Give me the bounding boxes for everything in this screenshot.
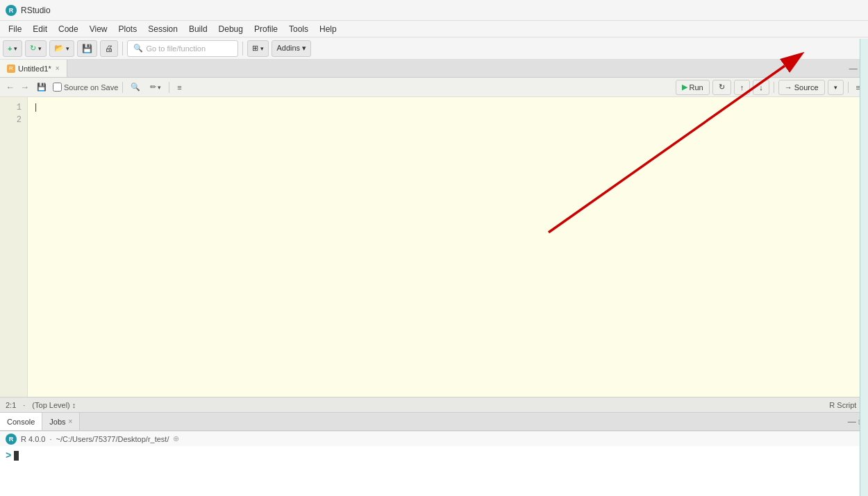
menu-profile[interactable]: Profile — [249, 23, 283, 35]
menu-bar: File Edit Code View Plots Session Build … — [0, 21, 868, 37]
rerun-button[interactable]: ↻ — [712, 80, 731, 95]
console-cursor — [14, 451, 19, 461]
run-button[interactable]: ▶ Run — [676, 80, 710, 95]
code-line-2 — [33, 114, 857, 126]
down-icon: ↓ — [759, 83, 763, 92]
app-title: RStudio — [21, 6, 51, 15]
terminal-icon: ⊕ — [173, 434, 179, 443]
up-icon: ↑ — [740, 83, 744, 92]
editor-toolbar: ← → 💾 Source on Save 🔍 ✏ ▾ — [0, 78, 868, 97]
menu-tools[interactable]: Tools — [283, 23, 314, 35]
source-label: Source — [794, 83, 819, 92]
save-icon: 💾 — [82, 44, 92, 53]
console-tab-bar: Console Jobs × — □ — [0, 413, 868, 431]
tab-label: Untitled1* — [18, 65, 51, 73]
tab-console[interactable]: Console — [0, 413, 42, 430]
save-all-button[interactable]: 💾 — [77, 40, 97, 57]
editor-status-bar: 2:1 · (Top Level) ↕ R Script ↕ — [0, 397, 868, 412]
et-separator-3 — [774, 82, 774, 93]
source-dropdown-arrow: ▾ — [834, 84, 837, 91]
goto-input[interactable]: 🔍 Go to file/function — [127, 40, 238, 57]
tab-close-button[interactable]: × — [56, 65, 60, 72]
status-separator: · — [23, 401, 25, 409]
console-prompt: > — [6, 449, 862, 463]
file-icon: R — [7, 65, 15, 73]
plus-icon: + — [8, 44, 12, 53]
editor-tab-untitled1[interactable]: R Untitled1* × — [0, 60, 67, 77]
run-icon: ▶ — [682, 83, 687, 92]
prompt-symbol: > — [6, 450, 11, 461]
editor-tools-button[interactable]: ✏ ▾ — [147, 80, 165, 94]
console-content[interactable]: > — [0, 446, 868, 496]
menu-plots[interactable]: Plots — [113, 23, 143, 35]
lines-icon: ≡ — [177, 83, 181, 92]
console-pane: Console Jobs × — □ R R 4.0.0 · ~/C:/User… — [0, 413, 868, 496]
search-icon: 🔍 — [131, 83, 140, 92]
menu-edit[interactable]: Edit — [27, 23, 53, 35]
console-info-bar: R R 4.0.0 · ~/C:/Users/75377/Desktop/r_t… — [0, 431, 868, 446]
folder-dropdown-arrow: ▾ — [66, 45, 69, 52]
app-icon: R — [6, 5, 17, 16]
editor-search-button[interactable]: 🔍 — [127, 80, 144, 94]
source-button[interactable]: → Source — [778, 80, 825, 95]
source-on-save-checkbox[interactable] — [53, 83, 62, 92]
down-arrow-button[interactable]: ↓ — [753, 80, 769, 95]
rerun-icon: ↻ — [719, 83, 725, 92]
menu-help[interactable]: Help — [314, 23, 342, 35]
menu-view[interactable]: View — [84, 23, 113, 35]
file-type[interactable]: R Script ↕ — [829, 401, 862, 409]
title-bar: R RStudio — [0, 0, 868, 21]
refresh-icon: ↻ — [30, 44, 36, 53]
line-numbers: 1 2 — [0, 97, 28, 397]
right-sidebar — [860, 39, 868, 496]
run-label: Run — [690, 83, 703, 92]
wand-icon: ✏ — [150, 83, 156, 92]
layout-button[interactable]: ⊞ ▾ — [247, 40, 269, 57]
code-sections-button[interactable]: ≡ — [174, 80, 185, 94]
source-dropdown-button[interactable]: ▾ — [828, 80, 844, 95]
source-arrow-icon: → — [785, 83, 792, 92]
menu-file[interactable]: File — [3, 23, 27, 35]
open-project-button[interactable]: ↻ ▾ — [25, 40, 47, 57]
tab-jobs[interactable]: Jobs × — [42, 413, 80, 430]
separator-2 — [242, 42, 243, 55]
minimize-console-button[interactable]: — — [848, 417, 856, 427]
info-separator: · — [49, 435, 51, 443]
folder-icon: 📂 — [54, 44, 64, 53]
save-button[interactable]: 📂 ▾ — [49, 40, 74, 57]
working-directory: ~/C:/Users/75377/Desktop/r_test/ — [56, 435, 169, 443]
editor-pane: R Untitled1* × — □ ← → 💾 Source on Save — [0, 60, 868, 413]
code-editor[interactable]: | — [28, 97, 862, 397]
tools-dropdown: ▾ — [158, 84, 161, 91]
separator-1 — [122, 42, 123, 55]
new-dropdown-arrow: ▾ — [14, 45, 17, 52]
source-on-save-option[interactable]: Source on Save — [53, 83, 118, 92]
goto-placeholder-text: Go to file/function — [146, 44, 206, 53]
minimize-editor-button[interactable]: — — [849, 64, 858, 74]
code-level[interactable]: (Top Level) ↕ — [32, 401, 76, 409]
save-file-icon: 💾 — [37, 83, 47, 92]
cursor-indicator: | — [33, 101, 38, 114]
code-line-1: | — [33, 101, 857, 114]
editor-save-button[interactable]: 💾 — [33, 80, 50, 94]
jobs-close-button[interactable]: × — [69, 418, 73, 425]
print-icon: 🖨 — [105, 44, 113, 53]
et-separator-1 — [122, 82, 123, 93]
new-file-button[interactable]: + ▾ — [3, 40, 22, 57]
nav-back-button[interactable]: ← — [4, 82, 16, 92]
nav-forward-button[interactable]: → — [19, 82, 31, 92]
menu-code[interactable]: Code — [53, 23, 84, 35]
r-icon: R — [6, 434, 17, 445]
line-number-2: 2 — [0, 114, 27, 126]
menu-build[interactable]: Build — [183, 23, 213, 35]
menu-session[interactable]: Session — [142, 23, 183, 35]
open-dropdown-arrow: ▾ — [38, 45, 42, 52]
up-arrow-button[interactable]: ↑ — [734, 80, 751, 95]
print-button[interactable]: 🖨 — [100, 40, 118, 57]
addins-button[interactable]: Addins ▾ — [272, 40, 311, 57]
addins-label: Addins ▾ — [276, 44, 306, 53]
editor-content[interactable]: 1 2 | — [0, 97, 868, 397]
editor-tab-bar: R Untitled1* × — □ — [0, 60, 868, 78]
et-separator-4 — [848, 82, 849, 93]
menu-debug[interactable]: Debug — [213, 23, 249, 35]
